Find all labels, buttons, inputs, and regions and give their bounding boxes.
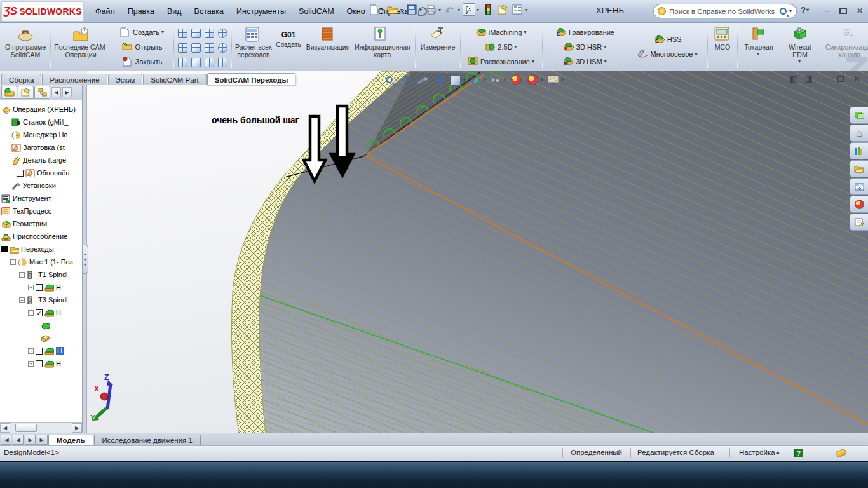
view-orientation-dropdown-icon[interactable]: ▾ bbox=[463, 77, 466, 83]
tree-item-op-4[interactable]: + H bbox=[1, 344, 82, 357]
new-part-dropdown-icon[interactable]: ▾ bbox=[161, 29, 164, 35]
settings-up-arrow-icon[interactable]: ▴ bbox=[776, 449, 780, 455]
display-style-dropdown-icon[interactable]: ▾ bbox=[484, 77, 486, 83]
motion-study-tab[interactable]: Исследование движения 1 bbox=[94, 435, 201, 445]
rebuild-traffic-light-icon[interactable] bbox=[482, 3, 494, 16]
3d-hsm-button[interactable]: M 3D HSM▾ bbox=[562, 54, 609, 69]
close-button[interactable]: ✕ bbox=[854, 5, 865, 16]
file-properties-icon[interactable] bbox=[496, 3, 509, 16]
3d-hsr-button[interactable]: R 3D HSR▾ bbox=[562, 39, 608, 54]
op-5-checkbox[interactable] bbox=[36, 360, 43, 367]
tree-item-coord-manager[interactable]: Менеджер Но bbox=[1, 128, 82, 141]
tree-item-mac1[interactable]: − Мас 1 (1- Поз bbox=[1, 255, 82, 268]
op-t1-expander[interactable]: + bbox=[28, 285, 34, 290]
restore-button[interactable] bbox=[837, 5, 849, 16]
print-icon[interactable] bbox=[424, 3, 437, 16]
view-settings-dropdown-icon[interactable]: ▾ bbox=[561, 77, 564, 83]
op-t3-expander[interactable]: − bbox=[28, 310, 34, 316]
tree-item-tool[interactable]: Инструмент bbox=[1, 192, 82, 205]
undo-icon[interactable] bbox=[444, 3, 456, 16]
panel-collapse-handle[interactable]: ◂◂◂ bbox=[82, 245, 88, 274]
tree-item-op-geometry[interactable] bbox=[1, 319, 82, 332]
tab-nav-first[interactable]: |◀ bbox=[1, 435, 11, 445]
view-cube-icon-3[interactable] bbox=[205, 29, 214, 38]
tree-item-settings[interactable]: Установки bbox=[1, 179, 82, 192]
menu-tools[interactable]: Инструменты bbox=[230, 5, 292, 18]
view-cube-icon-10[interactable] bbox=[191, 58, 201, 67]
menu-edit[interactable]: Правка bbox=[121, 5, 161, 18]
help-button[interactable]: ? ▾ bbox=[801, 5, 810, 15]
save-dropdown-icon[interactable]: ▾ bbox=[419, 7, 422, 13]
tags-icon[interactable] bbox=[836, 448, 848, 458]
wirecut-button[interactable]: Wirecut EDM ▾ bbox=[782, 24, 818, 69]
multiaxis-button[interactable]: Многоосевое▾ bbox=[637, 47, 700, 62]
imachining-button[interactable]: iMachining▾ bbox=[475, 25, 529, 39]
help-dropdown-icon[interactable]: ▾ bbox=[806, 7, 809, 13]
custom-properties-icon[interactable] bbox=[850, 214, 868, 231]
tree-item-machine[interactable]: Станок (gMill_ bbox=[1, 116, 82, 128]
tab-solidcam-operations[interactable]: SolidCAM Переходы bbox=[207, 73, 296, 85]
mac1-expander[interactable]: − bbox=[10, 259, 16, 265]
recognition-dropdown-icon[interactable]: ▾ bbox=[532, 58, 534, 64]
t1-expander[interactable]: − bbox=[19, 272, 25, 278]
property-manager-tab[interactable] bbox=[18, 86, 34, 99]
scrollbar-thumb[interactable] bbox=[15, 424, 37, 432]
edit-appearance-icon[interactable] bbox=[510, 73, 523, 86]
help-search-box[interactable]: Поиск в Справке по SolidWorks ▾ bbox=[653, 4, 797, 18]
pane-toggle-right-icon[interactable]: ◨ bbox=[804, 74, 814, 83]
help-icon[interactable]: ? bbox=[801, 5, 806, 15]
options-list-icon[interactable] bbox=[511, 3, 524, 16]
updated-stock-checkbox[interactable] bbox=[17, 170, 24, 177]
op-t3-checkbox[interactable]: ✓ bbox=[36, 309, 43, 316]
menu-solidcam[interactable]: SolidCAM bbox=[292, 5, 341, 18]
scrollbar-left-arrow[interactable]: ◀ bbox=[0, 423, 10, 433]
new-dropdown-icon[interactable]: ▾ bbox=[381, 7, 384, 13]
tree-item-t3-spindle[interactable]: − T3 Spindl bbox=[1, 294, 82, 306]
section-view-icon[interactable] bbox=[432, 73, 445, 86]
undo-dropdown-icon[interactable]: ▾ bbox=[458, 7, 460, 13]
doc-close-button[interactable]: ✕ bbox=[851, 74, 862, 83]
hide-show-items-icon[interactable] bbox=[489, 73, 503, 86]
scene-dropdown-icon[interactable]: ▾ bbox=[541, 77, 543, 83]
select-cursor-icon[interactable] bbox=[463, 3, 475, 16]
op-5-expander[interactable]: + bbox=[28, 361, 34, 367]
op-t1-checkbox[interactable] bbox=[36, 284, 43, 291]
home-icon[interactable]: ⌂ bbox=[850, 125, 868, 142]
tree-horizontal-scrollbar[interactable]: ◀ ▶ bbox=[0, 422, 82, 433]
tree-item-operation[interactable]: Операция (ХРЕНЬ) bbox=[1, 103, 82, 116]
tree-item-op-t3-active[interactable]: − ✓ H bbox=[1, 306, 82, 319]
turning-button[interactable]: Токарная ▾ bbox=[740, 24, 778, 69]
view-cube-icon-2[interactable] bbox=[191, 29, 201, 38]
select-dropdown-icon[interactable]: ▾ bbox=[477, 7, 479, 13]
wirecut-dropdown-icon[interactable]: ▾ bbox=[798, 58, 801, 64]
hide-show-dropdown-icon[interactable]: ▾ bbox=[504, 77, 506, 83]
display-style-icon[interactable] bbox=[469, 73, 482, 86]
file-explorer-icon[interactable] bbox=[850, 160, 868, 177]
status-settings[interactable]: Настройка bbox=[739, 449, 775, 456]
tab-nav-prev[interactable]: ◀ bbox=[13, 435, 24, 445]
tree-item-process[interactable]: ТехПроцесс bbox=[1, 205, 82, 217]
zoom-fit-icon[interactable] bbox=[383, 73, 396, 86]
tab-sketch[interactable]: Эскиз bbox=[108, 74, 143, 85]
info-card-button[interactable]: Информационная карта bbox=[352, 24, 413, 69]
new-cam-part-button[interactable]: Создать▾ bbox=[119, 25, 166, 39]
close-cam-part-button[interactable]: Закрыть bbox=[121, 54, 163, 69]
hsr-dropdown-icon[interactable]: ▾ bbox=[604, 44, 606, 50]
tree-item-op-stock[interactable] bbox=[1, 332, 82, 344]
tree-item-fixture[interactable]: Приспособление bbox=[1, 230, 82, 243]
save-icon[interactable] bbox=[405, 3, 418, 16]
t3-expander[interactable]: − bbox=[19, 297, 25, 303]
apply-scene-icon[interactable] bbox=[526, 73, 539, 86]
scrollbar-right-arrow[interactable]: ▶ bbox=[72, 423, 82, 433]
mco-button[interactable]: MCO bbox=[710, 24, 735, 69]
view-print-icon[interactable] bbox=[218, 29, 227, 38]
imachining-dropdown-icon[interactable]: ▾ bbox=[524, 29, 526, 35]
new-document-icon[interactable] bbox=[367, 3, 380, 16]
view-cube-icon-9[interactable] bbox=[178, 58, 187, 67]
tab-assembly[interactable]: Сборка bbox=[1, 74, 41, 85]
hss-button[interactable]: S HSS bbox=[653, 32, 683, 47]
view-orientation-icon[interactable] bbox=[449, 73, 462, 86]
menu-view[interactable]: Вид bbox=[161, 5, 188, 18]
panel-tab-scroll-right[interactable]: ▶ bbox=[62, 87, 72, 97]
tree-item-op-t1[interactable]: + H bbox=[1, 281, 82, 294]
